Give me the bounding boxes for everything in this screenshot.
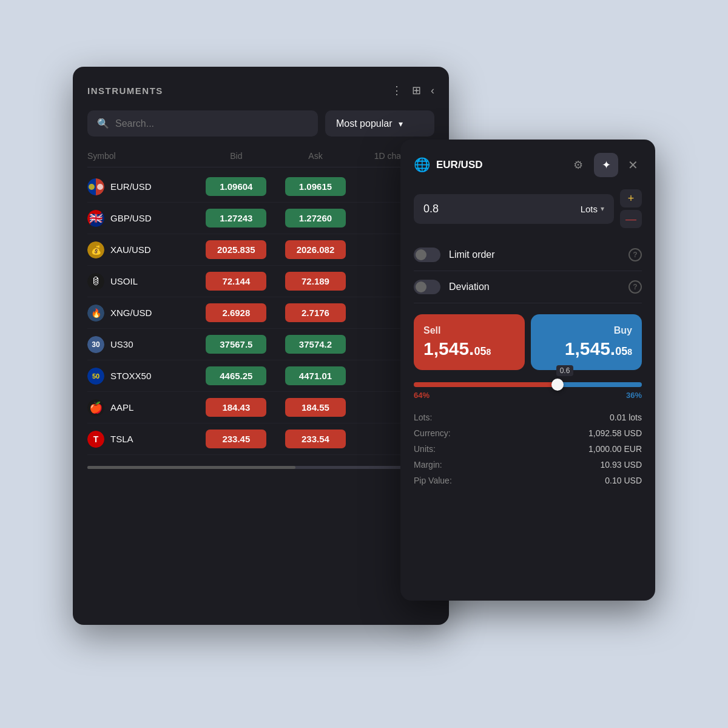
deviation-help-icon[interactable]: ? xyxy=(629,280,642,294)
instrument-row-stoxx50[interactable]: 50 STOXX50 4465.25 4471.01 xyxy=(87,360,434,392)
sell-price-decimal: 05 xyxy=(474,345,486,358)
instruments-list: EUR/USD 1.09604 1.09615 🇬🇧 GBP/USD 1.272… xyxy=(87,171,434,455)
grid-icon[interactable]: ⊞ xyxy=(412,84,421,97)
sell-price-main: 1,545. xyxy=(423,339,474,359)
info-margin: Margin: 10.93 USD xyxy=(414,457,642,473)
scrollbar[interactable] xyxy=(87,466,434,469)
instrument-row-gbpusd[interactable]: 🇬🇧 GBP/USD 1.27243 1.27260 xyxy=(87,203,434,234)
panel-title: INSTRUMENTS xyxy=(87,86,163,96)
info-lots: Lots: 0.01 lots xyxy=(414,410,642,425)
filter-icon-btn[interactable]: ⚙ xyxy=(566,153,590,177)
bid-cell-eurusd: 1.09604 xyxy=(197,177,276,196)
flag-icon-xngusd: 🔥 xyxy=(87,305,104,322)
buy-button[interactable]: Buy 1,545.058 xyxy=(531,314,642,370)
sell-price: 1,545.058 xyxy=(423,339,515,359)
bid-price-xauusd[interactable]: 2025.835 xyxy=(206,240,266,259)
ask-cell-stoxx50: 4471.01 xyxy=(276,366,356,385)
instrument-row-us30[interactable]: 30 US30 37567.5 37574.2 xyxy=(87,329,434,360)
flag-icon-tsla: T xyxy=(87,431,104,448)
instrument-row-aapl[interactable]: 🍎 AAPL 184.43 184.55 xyxy=(87,392,434,423)
bid-price-stoxx50[interactable]: 4465.25 xyxy=(206,366,266,385)
toggle-thumb xyxy=(416,249,426,260)
instrument-row-tsla[interactable]: T TSLA 233.45 233.54 xyxy=(87,423,434,455)
flag-icon-us30: 30 xyxy=(87,336,104,353)
ask-price-gbpusd[interactable]: 1.27260 xyxy=(285,209,346,228)
bid-cell-tsla: 233.45 xyxy=(197,430,276,448)
flag-icon-usoil: 🛢 xyxy=(87,273,104,290)
lot-row: 0.8 Lots ▾ + — xyxy=(414,189,642,228)
more-icon[interactable]: ⋮ xyxy=(391,84,402,97)
instrument-row-eurusd[interactable]: EUR/USD 1.09604 1.09615 xyxy=(87,171,434,203)
ask-price-stoxx50[interactable]: 4471.01 xyxy=(285,366,346,385)
instrument-row-xauusd[interactable]: 💰 XAU/USD 2025.835 2026.082 xyxy=(87,234,434,266)
ask-price-xauusd[interactable]: 2026.082 xyxy=(285,240,346,259)
svg-point-2 xyxy=(89,184,95,190)
stepper: + — xyxy=(620,189,642,228)
collapse-icon[interactable]: ‹ xyxy=(431,84,434,97)
bid-price-xngusd[interactable]: 2.6928 xyxy=(206,303,266,322)
ask-price-aapl[interactable]: 184.55 xyxy=(285,398,346,417)
col-symbol: Symbol xyxy=(87,151,197,161)
col-ask: Ask xyxy=(276,151,356,161)
search-icon: 🔍 xyxy=(97,118,109,129)
lot-type-selector[interactable]: Lots ▾ xyxy=(581,204,604,214)
bid-price-eurusd[interactable]: 1.09604 xyxy=(206,177,266,196)
symbol-name-stoxx50: STOXX50 xyxy=(110,371,151,381)
lots-label: Lots: xyxy=(414,413,432,422)
flag-icon-aapl: 🍎 xyxy=(87,399,104,416)
filter-dropdown[interactable]: Most popular ▾ xyxy=(325,110,434,136)
sparkle-icon-btn[interactable]: ✦ xyxy=(594,153,618,177)
bid-cell-xngusd: 2.6928 xyxy=(197,303,276,322)
search-input[interactable] xyxy=(115,118,308,129)
ask-price-eurusd[interactable]: 1.09615 xyxy=(285,177,346,196)
symbol-cell-eurusd: EUR/USD xyxy=(87,178,197,195)
info-units: Units: 1,000.00 EUR xyxy=(414,441,642,457)
instrument-row-usoil[interactable]: 🛢 USOIL 72.144 72.189 xyxy=(87,266,434,297)
deviation-toggle[interactable] xyxy=(414,280,440,294)
buy-price-main: 1,545. xyxy=(565,339,615,359)
header-icons: ⋮ ⊞ ‹ xyxy=(391,84,434,97)
slider-track[interactable] xyxy=(414,382,642,387)
instrument-row-xngusd[interactable]: 🔥 XNG/USD 2.6928 2.7176 xyxy=(87,297,434,329)
ask-cell-us30: 37574.2 xyxy=(276,335,356,354)
bid-cell-us30: 37567.5 xyxy=(197,335,276,354)
lot-type-label: Lots xyxy=(581,204,598,214)
symbol-name-us30: US30 xyxy=(110,339,133,349)
ask-cell-usoil: 72.189 xyxy=(276,272,356,291)
buy-percentage: 36% xyxy=(626,391,642,400)
lot-value: 0.8 xyxy=(423,203,581,215)
ask-cell-aapl: 184.55 xyxy=(276,398,356,417)
ask-cell-tsla: 233.54 xyxy=(276,430,356,448)
lot-chevron-icon: ▾ xyxy=(601,204,604,213)
ask-price-xngusd[interactable]: 2.7176 xyxy=(285,303,346,322)
sell-label: Sell xyxy=(423,325,515,336)
limit-order-toggle[interactable] xyxy=(414,248,440,262)
decrement-button[interactable]: — xyxy=(620,210,642,228)
lot-input-container[interactable]: 0.8 Lots ▾ xyxy=(414,194,614,224)
buy-price: 1,545.058 xyxy=(541,339,632,359)
bid-price-gbpusd[interactable]: 1.27243 xyxy=(206,209,266,228)
slider-thumb[interactable] xyxy=(551,379,564,391)
symbol-cell-us30: 30 US30 xyxy=(87,336,197,353)
flag-icon-eurusd xyxy=(87,178,104,195)
flag-icon-xauusd: 💰 xyxy=(87,241,104,258)
instruments-panel: INSTRUMENTS ⋮ ⊞ ‹ 🔍 Most popular ▾ Symbo… xyxy=(73,67,449,625)
ask-price-tsla[interactable]: 233.54 xyxy=(285,430,346,448)
bid-price-usoil[interactable]: 72.144 xyxy=(206,272,266,291)
ask-cell-gbpusd: 1.27260 xyxy=(276,209,356,228)
currency-value: 1,092.58 USD xyxy=(588,428,642,438)
search-box[interactable]: 🔍 xyxy=(87,110,318,136)
sell-button[interactable]: Sell 1,545.058 xyxy=(414,314,525,370)
panel-header: INSTRUMENTS ⋮ ⊞ ‹ xyxy=(87,84,434,97)
ask-price-us30[interactable]: 37574.2 xyxy=(285,335,346,354)
bid-price-tsla[interactable]: 233.45 xyxy=(206,430,266,448)
bid-price-us30[interactable]: 37567.5 xyxy=(206,335,266,354)
close-button[interactable]: ✕ xyxy=(624,154,642,176)
units-label: Units: xyxy=(414,444,436,454)
svg-point-3 xyxy=(97,184,103,190)
bid-price-aapl[interactable]: 184.43 xyxy=(206,398,266,417)
limit-order-help-icon[interactable]: ? xyxy=(629,248,642,261)
increment-button[interactable]: + xyxy=(620,189,642,207)
bid-cell-stoxx50: 4465.25 xyxy=(197,366,276,385)
ask-price-usoil[interactable]: 72.189 xyxy=(285,272,346,291)
